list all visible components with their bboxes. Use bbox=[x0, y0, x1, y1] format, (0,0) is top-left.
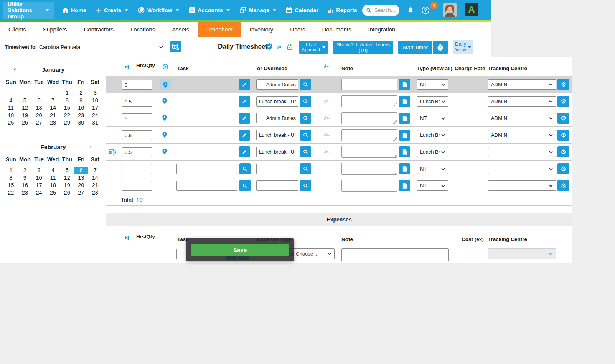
calendar-day[interactable]: 27 bbox=[74, 189, 88, 197]
type-select[interactable]: NT bbox=[417, 113, 448, 123]
nav-item-manage[interactable]: Manage bbox=[235, 0, 281, 20]
note-file-button[interactable] bbox=[399, 96, 410, 107]
overhead-input[interactable] bbox=[256, 164, 298, 174]
show-active-timers-button[interactable]: Show ALL Active Timers (10) bbox=[333, 41, 393, 54]
user-avatar[interactable] bbox=[443, 3, 457, 17]
row-settings-button[interactable]: ⚙ bbox=[557, 96, 569, 107]
calendar-day[interactable]: 18 bbox=[46, 182, 60, 189]
calendar-day[interactable]: 11 bbox=[4, 104, 18, 112]
calendar-day[interactable]: 28 bbox=[46, 119, 60, 127]
nav-item-home[interactable]: Home bbox=[58, 0, 91, 20]
calendar-day[interactable]: 16 bbox=[74, 104, 88, 112]
calendar-day[interactable]: 2 bbox=[18, 167, 32, 174]
calendar-day[interactable]: 20 bbox=[32, 112, 46, 120]
calendar-day[interactable]: 20 bbox=[74, 182, 88, 189]
note-textarea[interactable] bbox=[341, 146, 397, 158]
skip-to-end-icon[interactable] bbox=[125, 236, 129, 240]
calendar-day[interactable]: 10 bbox=[32, 174, 46, 182]
calendar-day[interactable]: 15 bbox=[60, 104, 74, 112]
calendar-day[interactable]: 25 bbox=[46, 189, 60, 197]
person-select[interactable]: Carolina Penuela bbox=[36, 42, 166, 52]
tab-users[interactable]: Users bbox=[282, 22, 313, 37]
task-input[interactable] bbox=[176, 181, 237, 191]
hours-input[interactable] bbox=[122, 113, 152, 123]
overhead-search-button[interactable] bbox=[300, 96, 311, 107]
location-pin-icon[interactable] bbox=[162, 115, 167, 121]
type-select[interactable]: NT bbox=[417, 79, 448, 90]
task-input[interactable] bbox=[176, 164, 237, 174]
calendar-day[interactable]: 22 bbox=[60, 112, 74, 120]
row-settings-button[interactable]: ⚙ bbox=[557, 180, 569, 191]
calendar-day[interactable]: 28 bbox=[88, 189, 102, 197]
location-pin-icon[interactable] bbox=[160, 79, 171, 90]
type-select[interactable]: NT bbox=[417, 164, 448, 174]
hours-input[interactable] bbox=[122, 164, 152, 174]
overhead-input[interactable] bbox=[256, 180, 298, 191]
type-select[interactable]: Lunch Bre bbox=[417, 147, 448, 157]
calendar-day[interactable]: 22 bbox=[4, 189, 18, 197]
calendar-day[interactable]: 8 bbox=[4, 174, 18, 182]
expense-tracking-centre-select[interactable] bbox=[488, 248, 556, 259]
calendar-day[interactable]: 6 bbox=[32, 97, 46, 105]
calendar-day[interactable]: 31 bbox=[88, 119, 102, 127]
calendar-day[interactable]: 17 bbox=[32, 182, 46, 189]
tracking-centre-select[interactable] bbox=[488, 164, 556, 174]
tracking-centre-select[interactable]: ADMIN bbox=[488, 96, 556, 107]
task-search-button[interactable] bbox=[239, 163, 251, 174]
help-icon[interactable]: ? bbox=[422, 7, 429, 14]
note-file-button[interactable] bbox=[399, 79, 410, 90]
calendar-day[interactable]: 9 bbox=[74, 97, 88, 105]
calendar-day[interactable]: 4 bbox=[46, 167, 60, 174]
tab-inventory[interactable]: Inventory bbox=[241, 22, 282, 37]
overhead-search-button[interactable] bbox=[300, 130, 311, 141]
save-button[interactable]: Save bbox=[191, 244, 289, 256]
calendar-day[interactable]: 8 bbox=[60, 97, 74, 105]
expense-note-input[interactable] bbox=[341, 248, 449, 261]
overhead-input[interactable] bbox=[256, 130, 298, 140]
calendar-day[interactable]: 9 bbox=[18, 174, 32, 182]
calendar-day[interactable]: 5 bbox=[18, 97, 32, 105]
row-settings-button[interactable]: ⚙ bbox=[557, 79, 569, 90]
calendar-day[interactable]: 14 bbox=[88, 174, 102, 182]
tracking-centre-select[interactable] bbox=[488, 147, 556, 157]
header-view-all-link[interactable]: (view all) bbox=[430, 66, 452, 72]
nav-item-reports[interactable]: Reports bbox=[323, 0, 362, 20]
overhead-input[interactable] bbox=[256, 96, 298, 107]
note-textarea[interactable] bbox=[341, 112, 397, 124]
row-settings-button[interactable]: ⚙ bbox=[557, 146, 569, 157]
tab-assets[interactable]: Assets bbox=[163, 22, 198, 37]
calendar-day[interactable]: 27 bbox=[32, 119, 46, 127]
location-pin-icon[interactable] bbox=[162, 132, 167, 138]
edit-overhead-button[interactable] bbox=[239, 96, 250, 107]
calendar-day[interactable]: 2 bbox=[74, 89, 88, 97]
tab-integration[interactable]: Integration bbox=[359, 22, 404, 37]
edit-overhead-button[interactable] bbox=[239, 113, 250, 124]
hours-input[interactable] bbox=[122, 130, 152, 140]
calendar-day[interactable]: 23 bbox=[74, 112, 88, 120]
type-select[interactable]: Lunch Bre bbox=[417, 130, 448, 140]
calendar-day[interactable]: 18 bbox=[4, 112, 18, 120]
calendar-day[interactable]: 16 bbox=[18, 182, 32, 189]
overhead-search-button[interactable] bbox=[300, 113, 311, 124]
target-location-icon[interactable] bbox=[162, 64, 168, 70]
calendar-prev-arrow[interactable]: ‹ bbox=[14, 66, 16, 73]
overhead-input[interactable] bbox=[256, 113, 298, 123]
calendar-day[interactable]: 15 bbox=[4, 182, 18, 189]
edit-overhead-button[interactable] bbox=[239, 146, 250, 157]
overhead-input[interactable] bbox=[256, 147, 298, 157]
calendar-day[interactable]: 1 bbox=[60, 89, 74, 97]
tab-documents[interactable]: Documents bbox=[314, 22, 360, 37]
overhead-search-button[interactable] bbox=[300, 146, 311, 157]
start-timer-button[interactable]: Start Timer bbox=[398, 41, 432, 54]
note-textarea[interactable] bbox=[341, 180, 397, 192]
note-file-button[interactable] bbox=[399, 163, 410, 174]
type-select[interactable]: NT bbox=[417, 180, 448, 191]
tracking-centre-select[interactable]: ADMIN bbox=[488, 113, 556, 123]
nav-item-calendar[interactable]: Calendar bbox=[281, 0, 323, 20]
hours-input[interactable] bbox=[122, 80, 152, 90]
calendar-day[interactable]: 10 bbox=[88, 97, 102, 105]
calendar-day[interactable]: 25 bbox=[4, 119, 18, 127]
calendar-day[interactable]: 7 bbox=[88, 167, 102, 174]
timer-history-icon[interactable] bbox=[109, 148, 116, 155]
header-type[interactable]: Type bbox=[417, 66, 429, 72]
